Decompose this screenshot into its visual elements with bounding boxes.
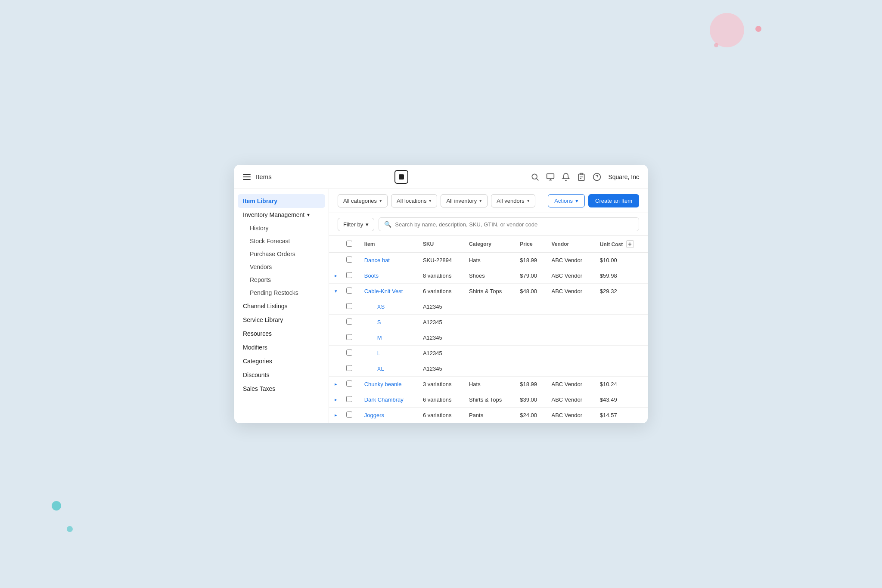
row-checkbox[interactable] xyxy=(346,334,352,340)
item-unit-cost xyxy=(596,330,648,346)
item-name-link[interactable]: XS xyxy=(377,303,385,310)
item-price: $48.00 xyxy=(516,284,547,299)
square-logo xyxy=(394,170,408,184)
chevron-down-icon: ▾ xyxy=(366,221,369,228)
filter-by-button[interactable]: Filter by ▾ xyxy=(338,218,374,231)
row-checkbox[interactable] xyxy=(346,272,352,278)
item-name-link[interactable]: Boots xyxy=(364,272,379,279)
col-expand xyxy=(329,236,342,253)
table-row: ▾Cable-Knit Vest6 variationsShirts & Top… xyxy=(329,284,648,299)
decorative-blob-teal2 xyxy=(67,526,73,532)
row-checkbox[interactable] xyxy=(346,396,352,402)
item-name-link[interactable]: Chunky beanie xyxy=(364,381,402,387)
all-locations-filter[interactable]: All locations ▾ xyxy=(391,194,437,207)
search-icon[interactable] xyxy=(531,173,539,181)
all-vendors-filter[interactable]: All vendors ▾ xyxy=(491,194,535,207)
item-vendor: ABC Vendor xyxy=(547,377,596,392)
row-checkbox[interactable] xyxy=(346,350,352,356)
sidebar-item-label-sales-taxes: Sales Taxes xyxy=(243,385,275,392)
sidebar-item-label-reports: Reports xyxy=(250,276,271,283)
add-column-icon[interactable]: + xyxy=(626,240,634,248)
item-name-link[interactable]: L xyxy=(377,350,380,356)
row-checkbox[interactable] xyxy=(346,319,352,325)
row-checkbox[interactable] xyxy=(346,257,352,263)
sidebar-item-label-inventory-management: Inventory Management xyxy=(243,211,304,218)
sidebar-item-label-discounts: Discounts xyxy=(243,371,269,378)
row-checkbox[interactable] xyxy=(346,412,352,418)
item-name-link[interactable]: S xyxy=(377,319,381,325)
sidebar-item-item-library[interactable]: Item Library xyxy=(238,194,325,208)
item-vendor: ABC Vendor xyxy=(547,408,596,423)
sidebar-item-inventory-management[interactable]: Inventory Management ▾ xyxy=(234,208,329,222)
toolbar: All categories ▾ All locations ▾ All inv… xyxy=(329,189,648,213)
help-icon[interactable] xyxy=(593,173,601,181)
search-input[interactable] xyxy=(395,221,634,228)
item-unit-cost: $14.57 xyxy=(596,408,648,423)
item-price xyxy=(516,346,547,361)
sidebar-item-vendors[interactable]: Vendors xyxy=(234,260,329,273)
item-vendor: ABC Vendor xyxy=(547,392,596,408)
item-name-link[interactable]: Joggers xyxy=(364,412,384,418)
item-sku: A12345 xyxy=(419,361,465,377)
display-icon[interactable] xyxy=(546,173,555,181)
all-categories-filter[interactable]: All categories ▾ xyxy=(338,194,388,207)
menu-icon[interactable] xyxy=(243,174,251,180)
item-price xyxy=(516,299,547,315)
chevron-down-icon: ▾ xyxy=(379,198,382,204)
row-checkbox[interactable] xyxy=(346,381,352,387)
sidebar-item-sales-taxes[interactable]: Sales Taxes xyxy=(234,382,329,396)
all-inventory-filter[interactable]: All inventory ▾ xyxy=(441,194,488,207)
item-price: $24.00 xyxy=(516,408,547,423)
expand-icon[interactable]: ▸ xyxy=(332,396,339,403)
sidebar-item-label-service-library: Service Library xyxy=(243,316,283,323)
sidebar-item-resources[interactable]: Resources xyxy=(234,327,329,340)
clipboard-icon[interactable] xyxy=(577,173,586,181)
search-bar: 🔍 xyxy=(379,217,639,231)
notifications-icon[interactable] xyxy=(562,173,570,181)
sidebar-item-stock-forecast[interactable]: Stock Forecast xyxy=(234,235,329,248)
table-row: ▸Dark Chambray6 variationsShirts & Tops$… xyxy=(329,392,648,408)
sidebar-item-history[interactable]: History xyxy=(234,222,329,235)
item-vendor: ABC Vendor xyxy=(547,268,596,284)
item-category: Shirts & Tops xyxy=(465,284,516,299)
create-item-button[interactable]: Create an Item xyxy=(588,194,639,207)
col-category: Category xyxy=(465,236,516,253)
sidebar-item-label-resources: Resources xyxy=(243,330,272,337)
item-unit-cost: $29.32 xyxy=(596,284,648,299)
item-name-link[interactable]: Dark Chambray xyxy=(364,396,404,403)
expand-icon[interactable]: ▸ xyxy=(332,412,339,419)
sidebar-item-service-library[interactable]: Service Library xyxy=(234,313,329,327)
sidebar-item-categories[interactable]: Categories xyxy=(234,354,329,368)
sidebar-item-purchase-orders[interactable]: Purchase Orders xyxy=(234,248,329,260)
chevron-down-icon: ▾ xyxy=(429,198,432,204)
item-name-link[interactable]: M xyxy=(377,334,382,341)
sidebar-item-channel-listings[interactable]: Channel Listings xyxy=(234,299,329,313)
expand-icon[interactable]: ▸ xyxy=(332,381,339,388)
item-name-link[interactable]: XL xyxy=(377,365,384,372)
table-row: ▸Joggers6 variationsPants$24.00ABC Vendo… xyxy=(329,408,648,423)
row-checkbox[interactable] xyxy=(346,303,352,309)
sidebar: Item Library Inventory Management ▾ Hist… xyxy=(234,189,329,423)
item-vendor xyxy=(547,346,596,361)
col-vendor: Vendor xyxy=(547,236,596,253)
select-all-checkbox[interactable] xyxy=(346,241,352,247)
actions-button[interactable]: Actions ▾ xyxy=(548,194,585,207)
expand-icon[interactable]: ▾ xyxy=(332,288,339,295)
item-sku: A12345 xyxy=(419,330,465,346)
item-price: $79.00 xyxy=(516,268,547,284)
item-unit-cost: $43.49 xyxy=(596,392,648,408)
sidebar-item-reports[interactable]: Reports xyxy=(234,273,329,286)
sidebar-item-modifiers[interactable]: Modifiers xyxy=(234,340,329,354)
sidebar-item-pending-restocks[interactable]: Pending Restocks xyxy=(234,286,329,299)
row-checkbox[interactable] xyxy=(346,365,352,371)
item-name-link[interactable]: Cable-Knit Vest xyxy=(364,288,403,294)
navbar-center xyxy=(272,170,531,184)
sidebar-item-discounts[interactable]: Discounts xyxy=(234,368,329,382)
expand-icon[interactable]: ▸ xyxy=(332,272,339,279)
chevron-down-icon: ▾ xyxy=(479,198,482,204)
company-name: Square, Inc xyxy=(608,173,639,180)
item-vendor: ABC Vendor xyxy=(547,253,596,268)
svg-rect-2 xyxy=(547,173,554,179)
item-name-link[interactable]: Dance hat xyxy=(364,257,390,263)
row-checkbox[interactable] xyxy=(346,288,352,294)
